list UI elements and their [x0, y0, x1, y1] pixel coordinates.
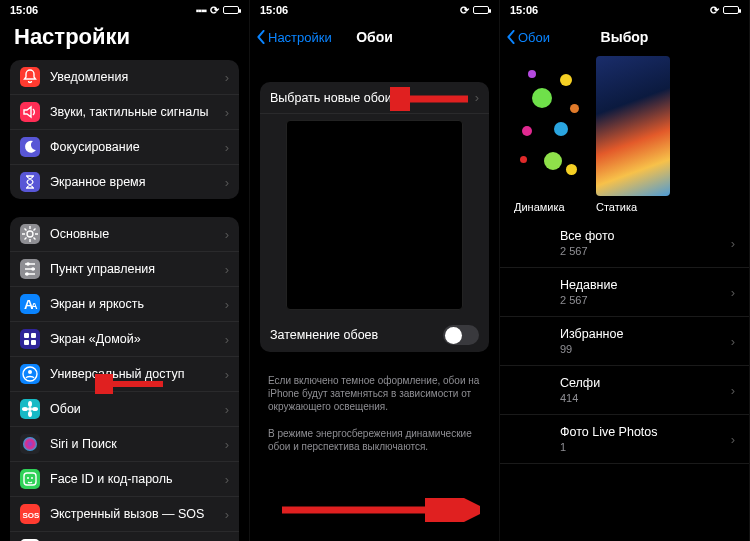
album-row-recents[interactable]: Недавние2 567›	[500, 268, 749, 317]
chevron-right-icon: ›	[225, 175, 229, 190]
album-row-live[interactable]: Фото Live Photos1›	[500, 415, 749, 464]
albums-list: Все фото2 567›Недавние2 567›Избранное99›…	[500, 219, 749, 464]
display-icon: AA	[20, 294, 40, 314]
chevron-right-icon: ›	[225, 70, 229, 85]
settings-row-home[interactable]: Экран «Домой»›	[10, 322, 239, 357]
svg-text:A: A	[31, 301, 38, 311]
row-label: Экстренный вызов — SOS	[50, 507, 221, 521]
settings-row-general[interactable]: Основные›	[10, 217, 239, 252]
arrow-annotation	[280, 498, 480, 522]
album-label: Избранное	[560, 327, 623, 341]
settings-row-control-center[interactable]: Пункт управления›	[10, 252, 239, 287]
dynamic-card[interactable]: Динамика	[514, 56, 588, 213]
page-title: Настройки	[0, 18, 249, 60]
svg-point-2	[31, 267, 35, 271]
wallpaper-icon	[20, 399, 40, 419]
row-label: Siri и Поиск	[50, 437, 221, 451]
battery-icon	[723, 6, 739, 14]
choose-wallpaper-group: Выбрать новые обои › Затемнение обоев	[260, 82, 489, 352]
settings-row-notifications[interactable]: Уведомления›	[10, 60, 239, 95]
settings-panel: 15:06 ▪▪▪▪ ⟳ Настройки Уведомления›Звуки…	[0, 0, 250, 541]
dim-wallpaper-toggle-row: Затемнение обоев	[260, 318, 489, 352]
back-button[interactable]: Обои	[506, 18, 550, 56]
chevron-right-icon: ›	[225, 472, 229, 487]
settings-row-accessibility[interactable]: Универсальный доступ›	[10, 357, 239, 392]
nav-title: Выбор	[601, 29, 649, 45]
settings-row-display[interactable]: AAЭкран и яркость›	[10, 287, 239, 322]
row-label: Основные	[50, 227, 221, 241]
chevron-right-icon: ›	[225, 332, 229, 347]
choose-new-wallpaper[interactable]: Выбрать новые обои ›	[260, 82, 489, 114]
settings-row-focus[interactable]: Фокусирование›	[10, 130, 239, 165]
svg-text:SOS: SOS	[23, 511, 41, 520]
signal-icon: ▪▪▪▪	[196, 5, 206, 16]
wallpaper-panel: 15:06 ⟳ Настройки Обои Выбрать новые обо…	[250, 0, 500, 541]
settings-row-exposure[interactable]: Уведомления о контакте›	[10, 532, 239, 541]
chevron-right-icon: ›	[731, 432, 735, 447]
row-label: Уведомления	[50, 70, 221, 84]
album-row-all[interactable]: Все фото2 567›	[500, 219, 749, 268]
screentime-icon	[20, 172, 40, 192]
choose-panel: 15:06 ⟳ Обои Выбор Динамика	[500, 0, 750, 541]
faceid-icon	[20, 469, 40, 489]
chevron-right-icon: ›	[225, 297, 229, 312]
siri-icon	[20, 434, 40, 454]
status-time: 15:06	[510, 4, 538, 16]
row-label: Фокусирование	[50, 140, 221, 154]
chevron-right-icon: ›	[731, 334, 735, 349]
album-count: 1	[560, 441, 658, 453]
svg-point-19	[27, 477, 29, 479]
status-time: 15:06	[10, 4, 38, 16]
chevron-right-icon: ›	[225, 437, 229, 452]
status-time: 15:06	[260, 4, 288, 16]
chevron-right-icon: ›	[225, 140, 229, 155]
footnote: В режиме энергосбережения динамические о…	[250, 423, 499, 463]
dim-toggle[interactable]	[443, 325, 479, 345]
album-label: Все фото	[560, 229, 615, 243]
svg-point-13	[28, 401, 32, 407]
wallpaper-categories: Динамика Статика	[500, 56, 749, 219]
settings-row-faceid[interactable]: Face ID и код-пароль›	[10, 462, 239, 497]
back-button[interactable]: Настройки	[256, 18, 332, 56]
album-count: 2 567	[560, 245, 615, 257]
settings-row-sounds[interactable]: Звуки, тактильные сигналы›	[10, 95, 239, 130]
svg-point-17	[23, 437, 37, 451]
control-center-icon	[20, 259, 40, 279]
svg-rect-8	[24, 340, 29, 345]
chevron-right-icon: ›	[225, 367, 229, 382]
svg-point-0	[27, 231, 33, 237]
chevron-right-icon: ›	[731, 236, 735, 251]
album-row-selfies[interactable]: Селфи414›	[500, 366, 749, 415]
row-label: Звуки, тактильные сигналы	[50, 105, 221, 119]
footnote: Если включено темное оформление, обои на…	[250, 370, 499, 423]
row-label: Face ID и код-пароль	[50, 472, 221, 486]
svg-point-11	[28, 370, 32, 374]
card-caption: Статика	[596, 201, 670, 213]
settings-row-sos[interactable]: SOSЭкстренный вызов — SOS›	[10, 497, 239, 532]
still-card[interactable]: Статика	[596, 56, 670, 213]
link-icon: ⟳	[460, 4, 469, 17]
status-bar: 15:06 ⟳	[250, 0, 499, 18]
svg-rect-9	[31, 340, 36, 345]
settings-row-siri[interactable]: Siri и Поиск›	[10, 427, 239, 462]
focus-icon	[20, 137, 40, 157]
svg-rect-6	[24, 333, 29, 338]
settings-row-screentime[interactable]: Экранное время›	[10, 165, 239, 199]
svg-point-3	[25, 272, 29, 276]
battery-icon	[223, 6, 239, 14]
row-label: Экранное время	[50, 175, 221, 189]
dynamic-thumb	[514, 56, 588, 196]
chevron-right-icon: ›	[225, 105, 229, 120]
card-caption: Динамика	[514, 201, 588, 213]
album-row-favorites[interactable]: Избранное99›	[500, 317, 749, 366]
row-label: Экран «Домой»	[50, 332, 221, 346]
status-bar: 15:06 ▪▪▪▪ ⟳	[0, 0, 249, 18]
svg-point-12	[28, 407, 32, 411]
row-label: Обои	[50, 402, 221, 416]
svg-point-15	[22, 407, 28, 411]
svg-point-20	[31, 477, 33, 479]
wallpaper-preview	[286, 120, 463, 310]
svg-point-1	[26, 262, 30, 266]
row-label: Пункт управления	[50, 262, 221, 276]
settings-row-wallpaper[interactable]: Обои›	[10, 392, 239, 427]
